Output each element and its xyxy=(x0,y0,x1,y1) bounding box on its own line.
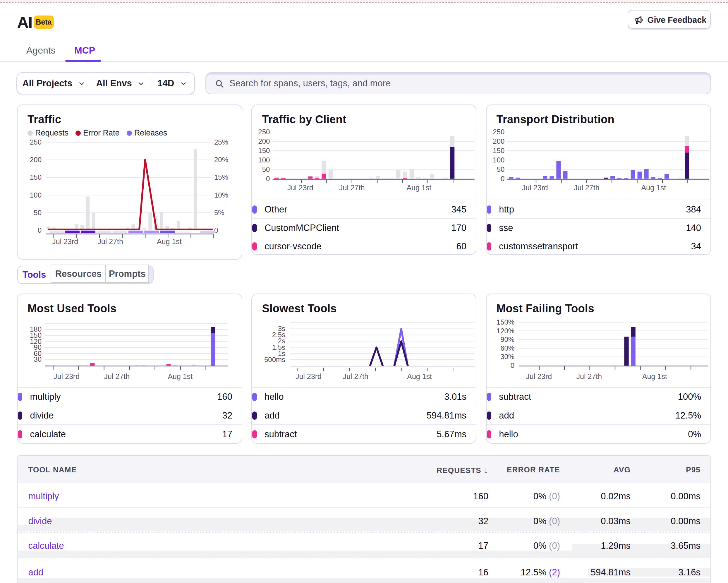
svg-text:15%: 15% xyxy=(214,173,228,181)
svg-text:150: 150 xyxy=(30,173,42,181)
svg-text:250: 250 xyxy=(30,138,42,146)
svg-text:Jul 23rd: Jul 23rd xyxy=(52,237,78,246)
svg-text:5%: 5% xyxy=(214,209,225,217)
svg-text:Jul 27th: Jul 27th xyxy=(98,237,123,246)
svg-text:0: 0 xyxy=(38,226,42,234)
svg-text:25%: 25% xyxy=(214,138,228,146)
svg-text:Aug 1st: Aug 1st xyxy=(157,237,182,246)
svg-text:200: 200 xyxy=(30,156,42,163)
svg-text:20%: 20% xyxy=(214,156,228,163)
svg-text:100: 100 xyxy=(30,191,42,199)
svg-text:10%: 10% xyxy=(214,191,228,199)
svg-text:50: 50 xyxy=(34,209,42,217)
